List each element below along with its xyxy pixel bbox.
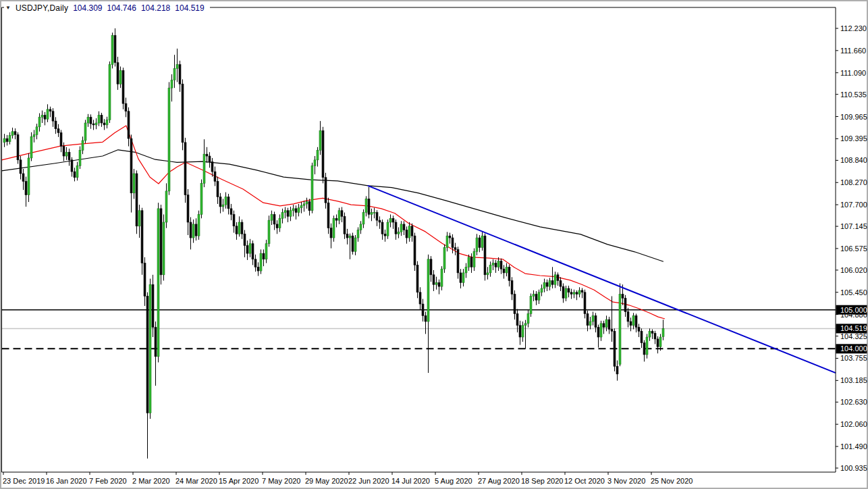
candle-bear (63, 147, 65, 156)
candle-bear (230, 209, 232, 215)
candle-bear (184, 143, 186, 195)
candle-bear (581, 290, 583, 292)
price-tick-label: 101.490 (840, 442, 867, 451)
candle-bull (506, 267, 508, 273)
candle-bull (333, 218, 335, 238)
candle-bear (92, 124, 94, 125)
candle-bull (319, 131, 321, 151)
candle-bear (219, 197, 221, 207)
candle-bull (3, 138, 5, 143)
candle-bear (25, 182, 27, 195)
price-box-label: 104.000 (840, 344, 867, 353)
candle-bear (227, 197, 229, 209)
price-tick-label: 106.575 (840, 244, 867, 253)
candle-bull (398, 232, 400, 234)
candle-bear (330, 228, 332, 238)
candle-bull (298, 208, 300, 213)
date-tick-label: 12 Oct 2020 (564, 477, 605, 485)
price-tick-label: 108.270 (840, 178, 867, 186)
candle-bull (400, 224, 402, 232)
candle-bull (489, 265, 491, 273)
candle-bear (74, 172, 76, 178)
price-tick-label: 110.535 (840, 91, 867, 99)
candle-bull (524, 324, 526, 326)
candle-bear (395, 222, 397, 234)
date-tick-label: 16 Jan 2020 (46, 477, 87, 485)
price-tick-label: 109.965 (840, 113, 867, 121)
candle-bull (543, 282, 545, 288)
candle-bear (187, 195, 189, 222)
price-tick-label: 102.630 (840, 398, 867, 406)
candle-bull (362, 213, 364, 224)
candle-bull (303, 204, 305, 205)
candle-bear (535, 294, 537, 301)
candle-bull (497, 261, 499, 267)
candle-bull (435, 282, 437, 284)
candle-bear (144, 263, 146, 297)
candle-bear (257, 267, 259, 271)
candle-bear (179, 65, 181, 84)
candle-bull (646, 337, 648, 355)
candle-bear (546, 282, 548, 286)
candle-bull (649, 331, 651, 337)
candle-bear (562, 286, 564, 298)
candle-bear (209, 156, 211, 162)
price-box-label: 104.519 (840, 324, 867, 332)
candle-bull (565, 288, 567, 298)
candle-bear (344, 216, 346, 234)
candle-bear (273, 215, 275, 224)
quote-high: 104.746 (107, 3, 136, 13)
chevron-down-icon[interactable]: ▼ (5, 5, 11, 11)
candle-bull (165, 191, 167, 222)
candle-bull (65, 152, 67, 156)
candle-bear (341, 211, 343, 217)
candle-bull (30, 136, 32, 158)
candle-bear (233, 215, 235, 226)
time-axis[interactable]: 23 Dec 201916 Jan 20207 Feb 20202 Mar 20… (3, 472, 693, 485)
candle-bear (516, 313, 518, 325)
candle-bear (49, 109, 51, 111)
candle-bull (605, 319, 607, 328)
candle-bear (419, 292, 421, 304)
candle-bear (651, 331, 653, 333)
candle-bull (41, 115, 43, 118)
candle-bull (387, 222, 389, 236)
descending-trendline[interactable] (368, 186, 836, 373)
candle-bull (311, 165, 313, 210)
candle-bear (627, 312, 629, 321)
candle-bull (314, 160, 316, 166)
candle-bear (614, 331, 616, 366)
price-label-boxes: 105.000104.519104.000 (836, 305, 867, 354)
candle-bear (654, 333, 656, 339)
moving-average-slow-black (2, 150, 663, 261)
candle-bear (206, 154, 208, 156)
candle-bear (403, 224, 405, 230)
date-tick-label: 22 Jun 2020 (348, 477, 389, 485)
candle-bull (225, 197, 227, 205)
candle-bull (157, 209, 159, 357)
candle-bull (441, 269, 443, 286)
candle-bear (195, 224, 197, 236)
candle-bull (222, 205, 224, 207)
chart-canvas[interactable]: 112.230111.660111.090110.535109.965109.3… (0, 0, 868, 489)
candle-bear (422, 304, 424, 315)
candle-bull (589, 321, 591, 326)
candle-bull (149, 284, 151, 413)
price-axis[interactable]: 112.230111.660111.090110.535109.965109.3… (836, 24, 867, 472)
candlesticks (3, 28, 664, 459)
candle-bear (368, 199, 370, 214)
date-tick-label: 2 Mar 2020 (132, 477, 170, 485)
candle-bear (500, 261, 502, 269)
candle-bear (60, 132, 62, 146)
candle-bull (82, 140, 84, 150)
date-tick-label: 29 May 2020 (305, 477, 348, 485)
candle-bull (592, 315, 594, 321)
candle-bull (573, 292, 575, 294)
price-tick-label: 107.700 (840, 201, 867, 209)
candle-bear (560, 280, 562, 286)
candle-bear (384, 234, 386, 236)
candle-bear (433, 275, 435, 284)
candle-bull (28, 158, 30, 195)
candle-bear (519, 326, 521, 337)
price-tick-label: 108.840 (840, 156, 867, 164)
